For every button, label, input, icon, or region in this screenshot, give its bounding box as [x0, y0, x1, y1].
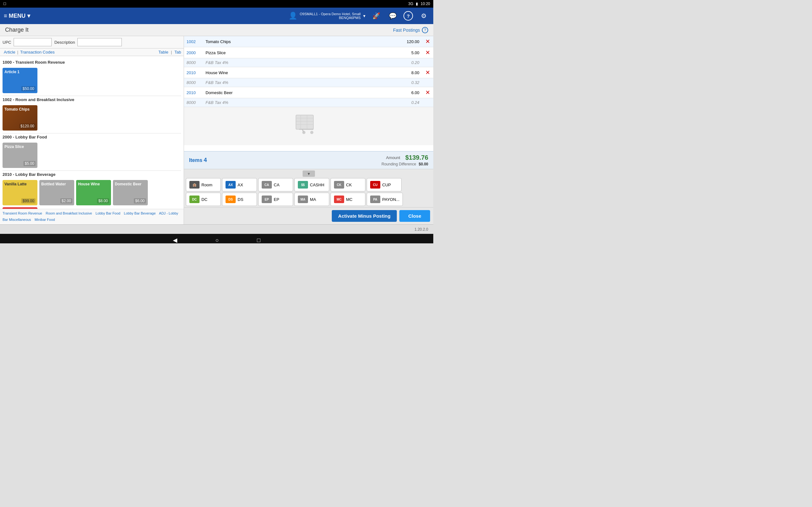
- payment-btn-ma[interactable]: MA MA: [294, 193, 329, 206]
- payment-btn-room[interactable]: 🏨 Room: [186, 178, 221, 191]
- row-delete[interactable]: ✕: [422, 87, 433, 98]
- nav-user-info: 👤 O9SMALL1 - Opera Demo Hotel, Small BEN…: [289, 12, 365, 20]
- pay-icon-payon: PA: [370, 195, 380, 203]
- row-amount: 8.00: [397, 67, 422, 78]
- table-row: 2010 Domestic Beer 6.00 ✕: [184, 87, 433, 98]
- battery-indicator: ▮: [416, 2, 418, 6]
- amount-label: Amount: [386, 155, 400, 160]
- amount-value: $139.76: [405, 154, 428, 161]
- delete-row-button[interactable]: ✕: [425, 38, 430, 45]
- svg-point-7: [310, 131, 313, 134]
- row-code[interactable]: 2010: [184, 67, 203, 78]
- activate-minus-posting-button[interactable]: Activate Minus Posting: [332, 210, 397, 222]
- tab-table[interactable]: Table: [159, 50, 168, 55]
- link-minibar-food[interactable]: Minibar Food: [35, 218, 55, 222]
- pay-icon-ep: EP: [262, 195, 272, 203]
- payment-btn-ca[interactable]: CA CA: [258, 178, 293, 191]
- row-amount: 6.00: [397, 87, 422, 98]
- pay-icon-room: 🏨: [189, 181, 200, 188]
- payment-btn-dc[interactable]: DC DC: [186, 193, 221, 206]
- row-code[interactable]: 1002: [184, 36, 203, 47]
- payment-btn-mc[interactable]: MC MC: [331, 193, 365, 206]
- delete-row-button[interactable]: ✕: [425, 89, 430, 96]
- payment-btn-payon[interactable]: PA PAYON...: [367, 193, 403, 206]
- item-bottled-water[interactable]: Bottled Water$2.00: [39, 180, 74, 205]
- row-delete[interactable]: ✕: [422, 36, 433, 47]
- table-row: 2000 Pizza Slice 5.00 ✕: [184, 47, 433, 58]
- row-delete[interactable]: ✕: [422, 67, 433, 78]
- cat-header-1000: 1000 - Transient Room Revenue: [3, 59, 181, 66]
- amount-section: Amount $139.76 Rounding Difference $0.00: [382, 154, 428, 166]
- chat-icon[interactable]: 💬: [387, 10, 398, 21]
- item-article1[interactable]: Article 1$50.00: [3, 68, 38, 93]
- payment-btn-ax[interactable]: AX AX: [222, 178, 257, 191]
- item-house-wine[interactable]: House Wine$8.00: [76, 180, 111, 205]
- help-circle-icon: ?: [422, 27, 428, 33]
- row-amount: 0.20: [397, 58, 422, 67]
- link-lobby-bev[interactable]: Lobby Bar Beverage: [124, 211, 156, 215]
- item-drink[interactable]: Drink$15.00: [3, 207, 38, 209]
- menu-button[interactable]: ≡ MENU ▾: [4, 12, 30, 19]
- close-button[interactable]: Close: [399, 210, 430, 222]
- payment-btn-ck[interactable]: CK CK: [331, 178, 365, 191]
- panels: UPC Description Article | Transaction Co…: [0, 36, 433, 224]
- payment-btn-cup[interactable]: CU CUP: [367, 178, 402, 191]
- right-panel: 1002 Tomato Chips 120.00 ✕ 2000 Pizza Sl…: [184, 36, 433, 224]
- row-amount: 5.00: [397, 47, 422, 58]
- table-row: 8000 F&B Tax 4% 0.32: [184, 78, 433, 87]
- fast-postings-link[interactable]: Fast Postings ?: [393, 27, 428, 33]
- payment-scroll-down[interactable]: ▾: [303, 170, 315, 177]
- status-bar-left: ☐: [3, 2, 6, 6]
- recent-button[interactable]: □: [257, 237, 260, 244]
- pay-label-ck: CK: [346, 182, 352, 187]
- payment-btn-ep[interactable]: EP EP: [258, 193, 293, 206]
- description-input[interactable]: [78, 38, 122, 46]
- settings-icon[interactable]: ⚙: [418, 10, 429, 21]
- payment-grid: 🏨 Room AX AX CA CA $$ CASHH CK CK CU CUP…: [186, 178, 432, 206]
- rocket-icon[interactable]: 🚀: [370, 10, 382, 21]
- row-desc: Domestic Beer: [203, 87, 397, 98]
- row-delete: [422, 58, 433, 67]
- empty-cart-visual: [184, 107, 433, 145]
- row-amount: 120.00: [397, 36, 422, 47]
- link-transient-room[interactable]: Transient Room Revenue: [3, 211, 42, 215]
- summary-row: Items 4 Amount $139.76 Rounding Differen…: [184, 151, 433, 169]
- description-label: Description: [54, 40, 75, 45]
- help-icon[interactable]: ?: [403, 11, 413, 20]
- payment-btn-ds[interactable]: DS DS: [222, 193, 257, 206]
- upc-input[interactable]: [14, 38, 52, 46]
- articles-scroll[interactable]: 1000 - Transient Room Revenue Article 1$…: [0, 56, 184, 209]
- home-button[interactable]: ○: [215, 237, 219, 244]
- tab-article[interactable]: Article: [3, 50, 16, 55]
- upc-row: UPC Description: [0, 36, 184, 49]
- item-domestic-beer[interactable]: Domestic Beer$6.00: [113, 180, 148, 205]
- tab-transaction-codes[interactable]: Transaction Codes: [19, 50, 56, 55]
- row-desc: Tomato Chips: [203, 36, 397, 47]
- nav-left: ≡ MENU ▾: [4, 12, 30, 19]
- link-lobby-food[interactable]: Lobby Bar Food: [96, 211, 120, 215]
- article-tabs: Article | Transaction Codes Table | Tab: [0, 49, 184, 56]
- row-delete[interactable]: ✕: [422, 47, 433, 58]
- cat-header-2000: 2000 - Lobby Bar Food: [3, 133, 181, 141]
- delete-row-button[interactable]: ✕: [425, 69, 430, 76]
- item-vanilla-latte[interactable]: Vanilla Latte$99.00: [3, 180, 38, 205]
- pay-label-cup: CUP: [382, 182, 391, 187]
- pay-label-ds: DS: [238, 197, 243, 202]
- back-button[interactable]: ◀: [173, 237, 177, 243]
- row-code[interactable]: 2010: [184, 87, 203, 98]
- page-title: Charge It: [5, 26, 29, 33]
- content-header: Charge It Fast Postings ?: [0, 24, 433, 36]
- pay-label-mc: MC: [346, 197, 352, 202]
- pay-icon-dc: DC: [189, 195, 200, 203]
- row-code[interactable]: 2000: [184, 47, 203, 58]
- user-dropdown-icon[interactable]: ▾: [363, 13, 365, 18]
- delete-row-button[interactable]: ✕: [425, 49, 430, 56]
- table-row: 2010 House Wine 8.00 ✕: [184, 67, 433, 78]
- tab-tab[interactable]: Tab: [174, 50, 181, 55]
- link-room-breakfast[interactable]: Room and Breakfast Inclusive: [46, 211, 92, 215]
- item-tomato-chips[interactable]: Tomato Chips$120.00: [3, 105, 38, 130]
- row-delete: [422, 78, 433, 87]
- left-panel: UPC Description Article | Transaction Co…: [0, 36, 184, 224]
- item-pizza-slice[interactable]: Pizza Slice$5.00: [3, 143, 38, 168]
- payment-btn-cashh[interactable]: $$ CASHH: [294, 178, 329, 191]
